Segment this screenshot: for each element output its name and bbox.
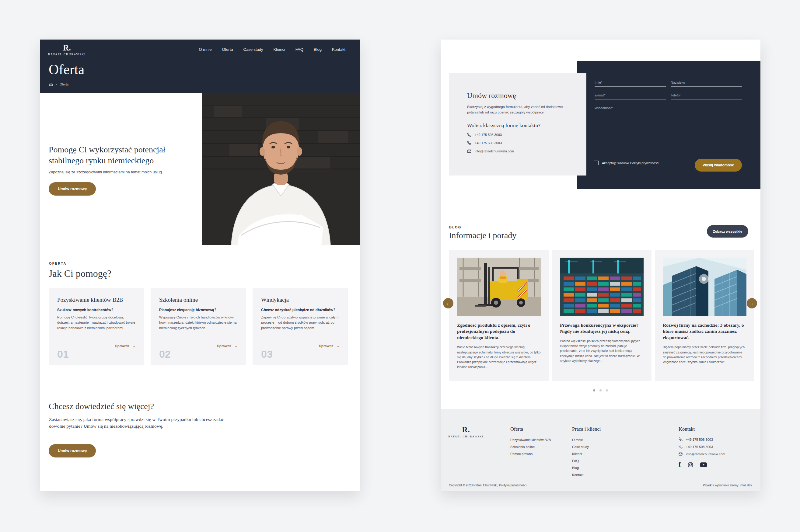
- offer-card-link[interactable]: Sprawdź →: [217, 344, 238, 348]
- main-nav: O mnie Oferta Case study Klienci FAQ Blo…: [199, 45, 346, 53]
- offer-card-b2b: Pozyskiwanie klientów B2B Szukasz nowych…: [49, 288, 144, 365]
- offer-card-number: 02: [159, 349, 238, 359]
- see-all-button[interactable]: Zobacz wszystkie: [707, 225, 748, 238]
- nav-item-klienci[interactable]: Klienci: [274, 47, 285, 52]
- footer-link[interactable]: Blog: [572, 466, 601, 470]
- blog-image-skyscrapers: [663, 258, 746, 316]
- copyright-text: Copyright © 2023 Rafael Churawski,: [449, 483, 499, 487]
- offer-cards: Pozyskiwanie klientów B2B Szukasz nowych…: [49, 288, 351, 365]
- message-field[interactable]: Wiadomość*: [595, 105, 742, 151]
- email-placeholder: E-mail*: [595, 93, 605, 97]
- carousel-next-button[interactable]: →: [747, 298, 757, 308]
- contact-body: Skorzystaj z wygodnego formularza, aby z…: [467, 104, 568, 115]
- footer-link[interactable]: Klienci: [572, 452, 601, 456]
- offer-card-body: Zapewnię Ci doradztwo wsparcie prawne w …: [261, 315, 340, 331]
- blog-image-container-port: [560, 258, 644, 316]
- credits: Projekt i wykonanie strony: imoli.dev: [703, 483, 752, 487]
- contact-blog-panel: Imię* Nazwisko E-mail* Telefon Wiadomość…: [441, 40, 760, 491]
- carousel-dot-3[interactable]: [606, 390, 608, 392]
- offer-card-body: Pomogę Ci określić Twoją grupę docelową,…: [57, 315, 136, 331]
- phone-number: +49 175 508 3003: [475, 141, 502, 145]
- carousel-prev-button[interactable]: ←: [443, 298, 453, 308]
- mail-icon: [467, 149, 471, 153]
- page-title: Oferta: [49, 61, 84, 78]
- carousel-dot-2[interactable]: [599, 390, 601, 392]
- contact-alt-heading: Wolisz klasyczną formę kontaktu?: [467, 122, 570, 129]
- blog-post-title: Rozwój firmy na zachodzie: 3 obszary, o …: [663, 322, 746, 341]
- blog-post-card[interactable]: Rozwój firmy na zachodzie: 3 obszary, o …: [655, 250, 755, 381]
- hero-subheading: Zapoznaj się ze szczegółowymi informacja…: [49, 170, 199, 174]
- offer-card-link-label: Sprawdź: [319, 344, 333, 348]
- blog-image-forklift: [457, 258, 541, 316]
- footer-phone-primary[interactable]: +49 175 508 3003: [678, 437, 725, 441]
- footer-phone-secondary[interactable]: +49 175 508 3003: [678, 445, 725, 449]
- offer-card-title: Szkolenia online: [159, 297, 238, 303]
- footer-email[interactable]: info@rafaelchurawski.com: [678, 452, 725, 456]
- phone-link-secondary[interactable]: +49 175 508 3003: [467, 141, 570, 145]
- book-call-button-bottom[interactable]: Umów rozmowę: [49, 444, 96, 457]
- footer-bottom-bar: Copyright © 2023 Rafael Churawski, Polit…: [449, 483, 752, 487]
- blog-section-label: BLOG: [449, 225, 462, 229]
- email-field[interactable]: E-mail*: [595, 92, 666, 99]
- footer-column-kontakt: Kontakt +49 175 508 3003 +49 175 508 300…: [678, 426, 725, 469]
- blog-post-excerpt: Błędem popełniamy przez wiele polskich f…: [663, 345, 746, 364]
- credits-link[interactable]: imoli.dev: [740, 483, 752, 487]
- nav-item-o-mnie[interactable]: O mnie: [199, 47, 211, 52]
- hero-section: Pomogę Ci wykorzystać potencjał stabilne…: [49, 144, 199, 195]
- home-icon[interactable]: [49, 82, 53, 86]
- logo-mark: R.: [47, 43, 87, 52]
- phone-icon: [678, 437, 683, 441]
- more-heading: Chcesz dowiedzieć się więcej?: [49, 401, 154, 411]
- nav-item-oferta[interactable]: Oferta: [222, 47, 233, 52]
- phone-icon: [678, 445, 683, 449]
- privacy-policy-link[interactable]: Polityka prywatności: [499, 483, 527, 487]
- email-address: info@rafaelchurawski.com: [686, 452, 725, 456]
- more-body: Zastanawiasz się, jaka forma współpracy …: [49, 416, 231, 430]
- footer-link[interactable]: Szkolenia online: [510, 445, 551, 449]
- offer-card-link[interactable]: Sprawdź →: [115, 344, 136, 348]
- site-logo[interactable]: R. RAFAEL CHURAWSKI: [47, 43, 87, 56]
- offer-section-label: OFERTA: [49, 262, 67, 265]
- last-name-field[interactable]: Nazwisko: [671, 79, 742, 87]
- instagram-icon[interactable]: [688, 462, 693, 468]
- send-message-button[interactable]: Wyślij wiadomość: [695, 159, 742, 172]
- contact-card: Umów rozmowę Skorzystaj z wygodnego form…: [449, 73, 587, 175]
- offer-card-link[interactable]: Sprawdź →: [319, 344, 340, 348]
- offer-card-number: 01: [57, 349, 136, 359]
- nav-item-kontakt[interactable]: Kontakt: [332, 47, 346, 52]
- footer-link[interactable]: Kontakt: [572, 473, 601, 477]
- first-name-field[interactable]: Imię*: [595, 79, 666, 87]
- footer-link[interactable]: Pomoc prawna: [510, 452, 551, 456]
- carousel-dot-1[interactable]: [593, 390, 595, 392]
- blog-post-excerpt: Wiele biznesowych transakcji przebiega w…: [457, 345, 541, 369]
- nav-item-faq[interactable]: FAQ: [296, 47, 303, 52]
- footer-link[interactable]: O mnie: [572, 438, 601, 442]
- email-link[interactable]: info@rafaelchurawski.com: [467, 149, 570, 153]
- arrow-right-icon: →: [234, 344, 238, 348]
- blog-post-card[interactable]: Zgodność produktu z opisem, czyli o prof…: [449, 250, 548, 381]
- contact-heading: Umów rozmowę: [467, 92, 570, 100]
- consent-checkbox[interactable]: [594, 160, 598, 165]
- blog-post-title: Przewaga konkurencyjna w eksporcie? Nigd…: [560, 322, 644, 335]
- logo-name: RAFAEL CHURAWSKI: [448, 435, 484, 438]
- last-name-placeholder: Nazwisko: [671, 81, 685, 84]
- offer-card-number: 03: [261, 349, 340, 359]
- footer-link[interactable]: Pozyskiwanie klientów B2B: [510, 438, 551, 442]
- offer-card-link-label: Sprawdź: [217, 344, 231, 348]
- arrow-right-icon: →: [336, 344, 340, 348]
- phone-number: +49 175 508 3003: [475, 133, 502, 137]
- book-call-button[interactable]: Umów rozmowę: [49, 182, 96, 195]
- phone-field[interactable]: Telefon: [671, 92, 742, 99]
- phone-number: +49 175 508 3003: [686, 445, 713, 449]
- footer-link[interactable]: FAQ: [572, 459, 601, 463]
- blog-post-card[interactable]: Przewaga konkurencyjna w eksporcie? Nigd…: [552, 250, 651, 381]
- nav-item-blog[interactable]: Blog: [314, 47, 322, 52]
- first-name-placeholder: Imię*: [595, 81, 602, 84]
- youtube-icon[interactable]: [700, 462, 707, 467]
- facebook-icon[interactable]: f: [678, 461, 681, 469]
- phone-link-primary[interactable]: +49 175 508 3003: [467, 133, 570, 137]
- footer-link[interactable]: Case study: [572, 445, 601, 449]
- footer-logo[interactable]: R. RAFAEL CHURAWSKI: [448, 425, 484, 438]
- nav-item-case-study[interactable]: Case study: [243, 47, 263, 52]
- blog-post-excerpt: Pośród większości polskich przedsiębiorc…: [560, 339, 644, 363]
